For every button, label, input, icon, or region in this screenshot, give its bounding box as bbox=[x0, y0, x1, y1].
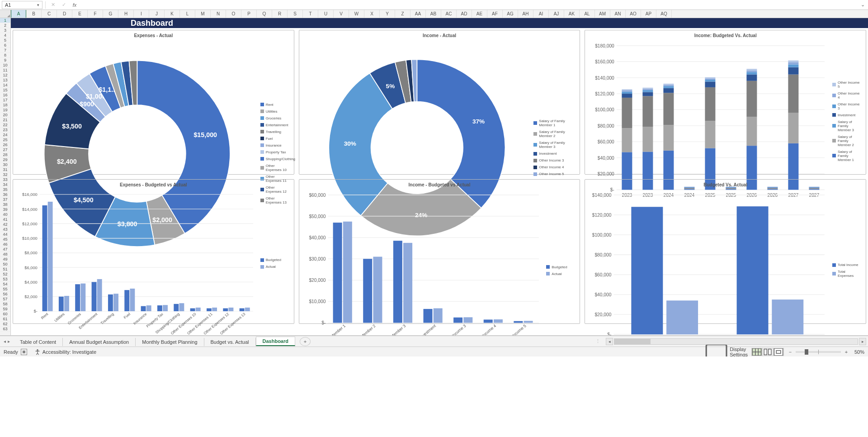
column-header[interactable]: P bbox=[241, 10, 257, 18]
column-header[interactable]: N bbox=[211, 10, 226, 18]
row-header[interactable]: 40 bbox=[0, 212, 10, 217]
row-header[interactable]: 18 bbox=[0, 103, 10, 108]
column-header[interactable]: K bbox=[165, 10, 180, 18]
column-header[interactable]: S bbox=[288, 10, 303, 18]
add-sheet-button[interactable]: + bbox=[300, 337, 311, 346]
column-header[interactable]: O bbox=[226, 10, 241, 18]
sheet-canvas[interactable]: Dashboard Expenses - Actual $15,000$2,00… bbox=[11, 18, 868, 335]
row-header[interactable]: 7 bbox=[0, 48, 10, 53]
row-header[interactable]: 58 bbox=[0, 302, 10, 307]
row-header[interactable]: 14 bbox=[0, 83, 10, 88]
chart-expenses-actual[interactable]: Expenses - Actual $15,000$2,000$3,800$4,… bbox=[13, 30, 294, 175]
row-header[interactable]: 34 bbox=[0, 182, 10, 187]
column-header[interactable]: G bbox=[103, 10, 118, 18]
tab-prev-icon[interactable]: ◂ bbox=[4, 339, 6, 344]
row-header[interactable]: 54 bbox=[0, 282, 10, 287]
column-header[interactable]: U bbox=[318, 10, 334, 18]
row-header[interactable]: 6 bbox=[0, 43, 10, 48]
row-header[interactable]: 13 bbox=[0, 78, 10, 83]
scroll-right-icon[interactable]: ▸ bbox=[859, 338, 866, 345]
column-header[interactable]: AI bbox=[533, 10, 549, 18]
row-header[interactable]: 29 bbox=[0, 157, 10, 162]
row-header[interactable]: 31 bbox=[0, 167, 10, 172]
row-header[interactable]: 19 bbox=[0, 108, 10, 113]
row-header[interactable]: 23 bbox=[0, 128, 10, 133]
chart-expenses-budgeted-vs-actual[interactable]: Expenses - Budgeted vs Actual $-$2,000$4… bbox=[13, 179, 294, 324]
sheet-tab[interactable]: Monthly Budget Planning bbox=[136, 338, 204, 346]
column-header[interactable]: C bbox=[42, 10, 57, 18]
row-header[interactable]: 25 bbox=[0, 138, 10, 142]
row-header[interactable]: 62 bbox=[0, 322, 10, 327]
row-header[interactable]: 8 bbox=[0, 53, 10, 58]
row-header[interactable]: 49 bbox=[0, 257, 10, 262]
row-header[interactable]: 50 bbox=[0, 262, 10, 267]
row-header[interactable]: 20 bbox=[0, 113, 10, 118]
column-header[interactable]: B bbox=[26, 10, 42, 18]
column-header[interactable]: E bbox=[72, 10, 88, 18]
row-header[interactable]: 52 bbox=[0, 272, 10, 277]
column-header[interactable]: Q bbox=[257, 10, 272, 18]
chevron-down-icon[interactable]: ▾ bbox=[37, 3, 39, 7]
column-header[interactable]: AO bbox=[626, 10, 641, 18]
row-header[interactable]: 16 bbox=[0, 93, 10, 98]
horizontal-scrollbar[interactable]: ◂ ▸ bbox=[604, 338, 868, 345]
column-header[interactable]: A bbox=[11, 10, 26, 18]
row-header[interactable]: 5 bbox=[0, 38, 10, 43]
row-header[interactable]: 26 bbox=[0, 142, 10, 147]
row-header[interactable]: 21 bbox=[0, 118, 10, 123]
chart-income-budgeted-vs-actual-stacked[interactable]: Income: Budgeted Vs. Actual $-$20,000$40… bbox=[585, 30, 866, 175]
row-header[interactable]: 44 bbox=[0, 232, 10, 237]
row-header[interactable]: 36 bbox=[0, 192, 10, 197]
chart-income-budgeted-vs-actual[interactable]: Income - Budgeted vs Actual $-$10,000$20… bbox=[299, 179, 580, 324]
spreadsheet-grid[interactable]: 1234567891011121314151617181920212223242… bbox=[0, 18, 868, 336]
view-page-layout-icon[interactable] bbox=[762, 348, 773, 356]
row-header[interactable]: 17 bbox=[0, 98, 10, 103]
column-header[interactable]: H bbox=[118, 10, 134, 18]
row-header[interactable]: 32 bbox=[0, 172, 10, 177]
row-header[interactable]: 38 bbox=[0, 202, 10, 207]
row-header[interactable]: 51 bbox=[0, 267, 10, 272]
row-header[interactable]: 33 bbox=[0, 177, 10, 182]
row-header[interactable]: 55 bbox=[0, 287, 10, 292]
column-header[interactable]: I bbox=[134, 10, 149, 18]
column-header[interactable]: L bbox=[180, 10, 195, 18]
row-header[interactable]: 3 bbox=[0, 28, 10, 33]
sheet-tab[interactable]: Budget vs. Actual bbox=[204, 338, 256, 346]
column-header[interactable]: AJ bbox=[549, 10, 564, 18]
accessibility-button[interactable]: Accessibility: Investigate bbox=[34, 349, 96, 355]
row-header[interactable]: 12 bbox=[0, 73, 10, 78]
column-header[interactable]: AQ bbox=[656, 10, 672, 18]
row-header[interactable]: 24 bbox=[0, 133, 10, 138]
expand-formula-icon[interactable]: ⌄ bbox=[859, 2, 866, 8]
row-header[interactable]: 1 bbox=[0, 18, 10, 23]
column-header[interactable]: X bbox=[364, 10, 380, 18]
zoom-control[interactable]: − + 50% bbox=[787, 349, 864, 355]
column-header[interactable]: AF bbox=[487, 10, 503, 18]
column-header[interactable]: AH bbox=[518, 10, 533, 18]
row-header[interactable]: 45 bbox=[0, 237, 10, 242]
sheet-tab[interactable]: Annual Budget Assumption bbox=[63, 338, 136, 346]
column-header[interactable]: AB bbox=[426, 10, 441, 18]
row-header[interactable]: 35 bbox=[0, 187, 10, 192]
zoom-level[interactable]: 50% bbox=[854, 349, 864, 355]
scroll-thumb[interactable] bbox=[614, 339, 651, 344]
row-header[interactable]: 63 bbox=[0, 327, 10, 332]
sheet-tab[interactable]: Dashboard bbox=[256, 337, 295, 346]
row-header[interactable]: 10 bbox=[0, 63, 10, 68]
column-header[interactable]: AC bbox=[441, 10, 457, 18]
row-header[interactable]: 39 bbox=[0, 207, 10, 212]
row-header[interactable]: 53 bbox=[0, 277, 10, 282]
chart-total-budgeted-vs-actual[interactable]: Budgeted Vs. Actual $-$20,000$40,000$60,… bbox=[585, 179, 866, 324]
row-header[interactable]: 47 bbox=[0, 247, 10, 252]
row-header[interactable]: 2 bbox=[0, 23, 10, 28]
column-header[interactable]: AP bbox=[641, 10, 656, 18]
row-header[interactable]: 41 bbox=[0, 217, 10, 222]
column-header[interactable]: Y bbox=[380, 10, 395, 18]
column-header[interactable]: AN bbox=[610, 10, 626, 18]
column-header[interactable]: J bbox=[149, 10, 165, 18]
column-header[interactable]: W bbox=[349, 10, 364, 18]
row-header[interactable]: 30 bbox=[0, 162, 10, 167]
sheet-tab[interactable]: Table of Content bbox=[14, 338, 63, 346]
row-header[interactable]: 61 bbox=[0, 317, 10, 322]
zoom-out-button[interactable]: − bbox=[787, 349, 794, 355]
